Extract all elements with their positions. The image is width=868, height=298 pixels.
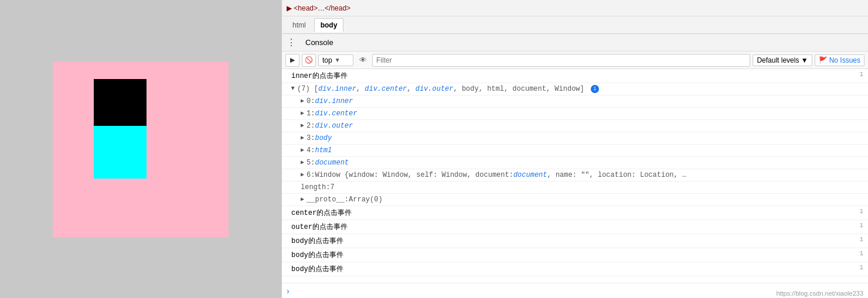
key-0: 0: [307, 97, 315, 105]
val-1: div.center [315, 109, 357, 118]
key-2: 2: [307, 122, 315, 130]
line-num-body-3: 1 [859, 264, 863, 271]
array-item-0[interactable]: ▶ 0: div.inner [282, 95, 868, 108]
val-0: div.inner [315, 97, 353, 105]
console-line-body-click-3: body的点击事件 1 [282, 262, 868, 276]
body-click-text-1: body的点击事件 [291, 236, 343, 246]
key-1: 1: [307, 109, 315, 118]
body-click-text-3: body的点击事件 [291, 264, 343, 274]
key-3: 3: [307, 134, 315, 142]
menu-dots-icon[interactable]: ⋮ [287, 37, 296, 48]
array-item-4[interactable]: ▶ 4: html [282, 145, 868, 157]
proto-key: __proto__ [307, 196, 345, 204]
console-line-array[interactable]: ▶ (7) [div.inner, div.center, div.outer,… [282, 83, 868, 95]
proto-sep: : [345, 196, 349, 204]
console-line-body-click-1: body的点击事件 1 [282, 234, 868, 248]
no-issues-label: No Issues [829, 56, 860, 64]
expand-icon-3: ▶ [301, 134, 304, 141]
filter-input[interactable] [372, 54, 750, 67]
console-line-outer-click: outer的点击事件 1 [282, 220, 868, 234]
console-tab-label[interactable]: Console [305, 38, 333, 47]
line-num-outer: 1 [859, 222, 863, 229]
val-6: Window {window: Window, self: Window, do… [315, 171, 513, 179]
tab-bar: html body [282, 16, 868, 34]
array-item-6[interactable]: ▶ 6: Window {window: Window, self: Windo… [282, 169, 868, 181]
tab-body[interactable]: body [314, 18, 344, 32]
val-6-doc: document [513, 171, 547, 179]
val-6-rest: , name: "", location: Location, … [547, 171, 687, 179]
key-5: 5: [307, 159, 315, 167]
execute-button[interactable]: ▶ [285, 54, 299, 67]
console-line-center-click: center的点击事件 1 [282, 206, 868, 220]
array-length: length: 7 [282, 181, 868, 194]
expand-icon-4: ▶ [301, 146, 304, 153]
console-line-inner-click: inner的点击事件 1 [282, 69, 868, 83]
expand-icon-0: ▶ [301, 97, 304, 104]
left-preview-panel [0, 0, 281, 298]
devtools-panel: ▶ <head>…</head> html body ⋮ Console ▶ 🚫… [281, 0, 868, 298]
proto-val: Array(0) [349, 196, 383, 204]
devtools-topbar: ▶ <head>…</head> [282, 0, 868, 16]
prompt-arrow-icon: › [287, 286, 290, 296]
console-controls-bar: ▶ 🚫 top ▼ 👁 Default levels ▼ 🚩 No Issues [282, 52, 868, 69]
black-inner-div [94, 79, 147, 132]
no-issues-button[interactable]: 🚩 No Issues [815, 54, 864, 66]
length-key: length: [301, 183, 330, 191]
line-num-center: 1 [859, 208, 863, 215]
console-prompt[interactable]: › https://blog.csdn.net/xiaole233 [282, 283, 868, 298]
chevron-down-icon: ▼ [335, 57, 341, 63]
url-bar: https://blog.csdn.net/xiaole233 [776, 290, 863, 297]
default-levels-button[interactable]: Default levels ▼ [753, 54, 812, 66]
array-proto[interactable]: ▶ __proto__: Array(0) [282, 194, 868, 206]
expand-icon-1: ▶ [301, 109, 304, 117]
flag-icon: 🚩 [819, 56, 828, 64]
info-icon: i [591, 85, 599, 93]
val-3: body [315, 134, 332, 142]
outer-click-text: outer的点击事件 [291, 222, 348, 232]
expand-arrow-icon: ▶ [290, 87, 297, 90]
center-click-text: center的点击事件 [291, 208, 352, 218]
cyan-center-div [94, 126, 147, 179]
inner-click-text: inner的点击事件 [291, 71, 348, 81]
default-levels-label: Default levels ▼ [757, 56, 808, 64]
line-num-1: 1 [859, 71, 863, 78]
val-4: html [315, 146, 332, 155]
head-tag: ▶ <head>…</head> [287, 4, 350, 12]
array-item-3[interactable]: ▶ 3: body [282, 132, 868, 145]
line-num-body-1: 1 [859, 236, 863, 243]
context-selector[interactable]: top ▼ [318, 54, 353, 66]
key-6: 6: [307, 171, 315, 179]
expand-icon-6: ▶ [301, 171, 304, 178]
val-5: document [315, 159, 349, 167]
outer-div [53, 61, 229, 237]
key-4: 4: [307, 146, 315, 155]
expand-icon-proto: ▶ [301, 196, 304, 203]
array-header-text: (7) [div.inner, div.center, div.outer, b… [297, 85, 599, 93]
length-val: 7 [330, 183, 334, 191]
expand-icon-5: ▶ [301, 159, 304, 166]
context-label: top [322, 56, 332, 64]
array-item-2[interactable]: ▶ 2: div.outer [282, 120, 868, 132]
console-line-body-click-2: body的点击事件 1 [282, 248, 868, 262]
eye-icon[interactable]: 👁 [356, 54, 370, 67]
body-click-text-2: body的点击事件 [291, 250, 343, 260]
val-2: div.outer [315, 122, 353, 130]
line-num-body-2: 1 [859, 250, 863, 257]
expand-icon-2: ▶ [301, 122, 304, 129]
array-item-5[interactable]: ▶ 5: document [282, 157, 868, 169]
array-item-1[interactable]: ▶ 1: div.center [282, 108, 868, 120]
tab-html[interactable]: html [287, 19, 312, 32]
console-output[interactable]: inner的点击事件 1 ▶ (7) [div.inner, div.cente… [282, 69, 868, 283]
console-toolbar: ⋮ Console [282, 34, 868, 52]
clear-button[interactable]: 🚫 [302, 54, 316, 67]
